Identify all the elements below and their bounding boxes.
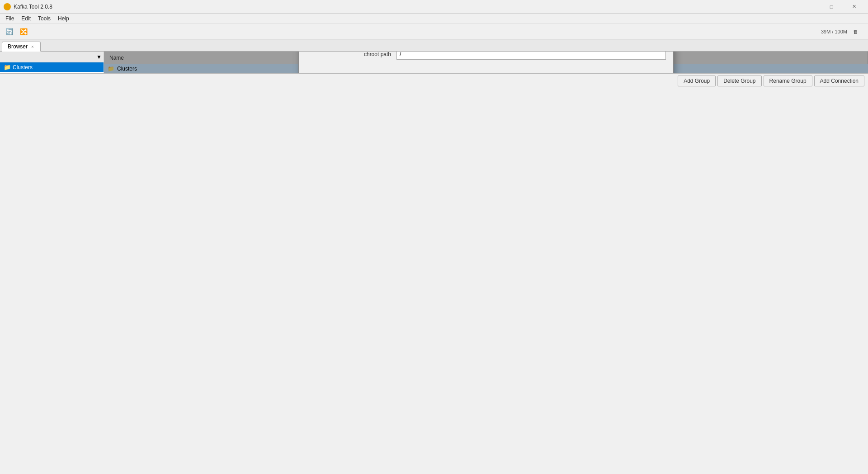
toolbar-btn-2[interactable]: 🔀	[17, 25, 30, 38]
left-panel-header: ▼	[0, 52, 104, 62]
statusbar: Add Group Delete Group Rename Group Add …	[0, 73, 868, 88]
window-controls: − □ ✕	[798, 0, 864, 14]
add-group-button[interactable]: Add Group	[678, 76, 716, 86]
left-panel: ▼ 📁 Clusters	[0, 52, 104, 73]
tab-browser[interactable]: Browser ×	[2, 42, 41, 52]
minimize-button[interactable]: −	[798, 0, 819, 14]
chroot-path-input[interactable]	[396, 52, 666, 60]
dialog-body: General Cluster name Kafka Cluster Versi…	[299, 52, 673, 73]
menu-help[interactable]: Help	[54, 14, 73, 23]
maximize-button[interactable]: □	[821, 0, 842, 14]
clusters-label: Clusters	[13, 64, 33, 71]
rename-group-button[interactable]: Rename Group	[764, 76, 812, 86]
menubar: File Edit Tools Help	[0, 14, 868, 24]
chroot-path-row: chroot path	[306, 52, 666, 60]
window-title: Kafka Tool 2.0.8	[14, 4, 798, 10]
menu-tools[interactable]: Tools	[34, 14, 54, 23]
memory-text: 39M / 100M	[821, 29, 847, 34]
delete-group-button[interactable]: Delete Group	[717, 76, 761, 86]
collapse-icon[interactable]: ▼	[96, 54, 102, 60]
memory-indicator: 39M / 100M 🗑	[821, 25, 862, 38]
dialog-spacer	[306, 64, 666, 73]
tab-browser-close[interactable]: ×	[30, 44, 35, 50]
toolbar: 🔄 🔀 39M / 100M 🗑	[0, 24, 868, 40]
folder-icon: 📁	[4, 64, 11, 71]
menu-edit[interactable]: Edit	[18, 14, 34, 23]
app-icon	[4, 3, 11, 10]
close-button[interactable]: ✕	[844, 0, 864, 14]
tree-item-clusters[interactable]: 📁 Clusters	[0, 62, 104, 72]
add-connection-button[interactable]: Add Connection	[814, 76, 864, 86]
tab-browser-label: Browser	[8, 43, 28, 50]
right-panel: Name Host Port 📁 Clusters Add Cluster	[104, 52, 868, 73]
split-view: ▼ 📁 Clusters Name Host Port 📁 Clusters	[0, 52, 868, 73]
gc-button[interactable]: 🗑	[849, 25, 862, 38]
chroot-path-label: chroot path	[306, 52, 396, 57]
modal-overlay: Add Cluster ✕ Properties Security Advanc…	[104, 52, 868, 73]
content-wrapper: ▼ 📁 Clusters Name Host Port 📁 Clusters	[0, 52, 868, 88]
dialog: Add Cluster ✕ Properties Security Advanc…	[298, 52, 674, 73]
tabbar: Browser ×	[0, 40, 868, 52]
menu-file[interactable]: File	[2, 14, 18, 23]
titlebar: Kafka Tool 2.0.8 − □ ✕	[0, 0, 868, 14]
toolbar-btn-1[interactable]: 🔄	[3, 25, 15, 38]
